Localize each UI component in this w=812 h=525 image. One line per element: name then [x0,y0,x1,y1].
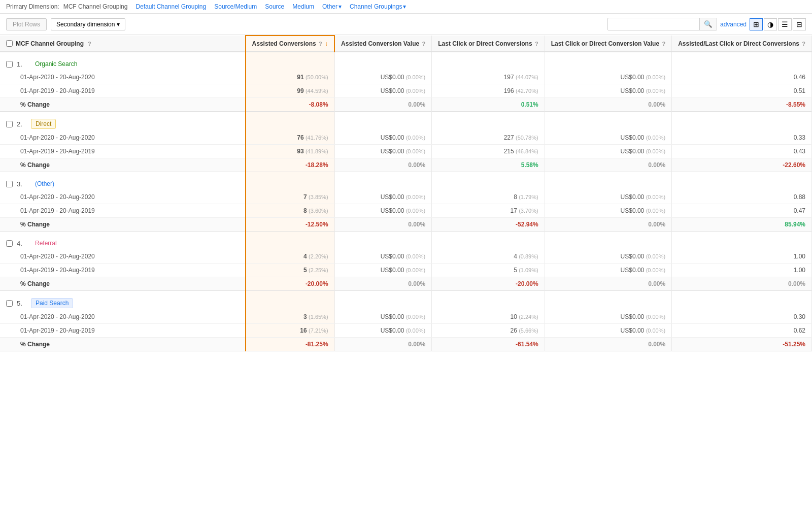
ac-val-2: 8 (3.60%) [246,204,334,218]
channel-badge[interactable]: Paid Search [31,298,73,308]
alc-val-1: 0.30 [672,310,812,324]
ac-change: -20.00% [246,277,334,291]
primary-dimension-label: Primary Dimension: [6,3,59,10]
ac-val-2: 99 (44.59%) [246,84,334,98]
table-container: MCF Channel Grouping ? Assisted Conversi… [0,35,812,351]
lcdv-change: 0.00% [545,98,671,112]
channel-lcd-cell [432,112,545,132]
row-checkbox-3[interactable] [6,240,13,247]
channel-lcdv-cell [545,291,671,311]
date-cell-1: 01-Apr-2020 - 20-Aug-2020 [0,190,246,204]
advanced-link[interactable]: advanced [720,21,747,28]
channel-badge[interactable]: Direct [31,119,56,129]
row-checkbox-0[interactable] [6,61,13,68]
col-header-last-click-conversions: Last Click or Direct Conversions ? [432,36,545,52]
primary-dimension-value: MCF Channel Grouping [63,3,128,10]
col6-help-icon: ? [802,41,805,47]
date-cell-2: 01-Apr-2019 - 20-Aug-2019 [0,204,246,218]
nav-link-source-medium[interactable]: Source/Medium [212,3,259,10]
lcdv-val-2: US$0.00 (0.00%) [545,145,671,158]
channel-acv-cell [334,52,432,71]
search-input[interactable] [608,19,699,30]
nav-link-channel-groupings[interactable]: Channel Groupings ▾ [348,3,408,10]
secondary-dimension-button[interactable]: Secondary dimension ▾ [51,18,125,30]
nav-link-medium[interactable]: Medium [290,3,316,10]
view-pie-button[interactable]: ◑ [764,18,777,30]
row-checkbox-2[interactable] [6,181,13,187]
ac-change: -12.50% [246,218,334,232]
date-row-1: 01-Apr-2020 - 20-Aug-2020 3 (1.65%) US$0… [0,310,812,324]
change-row: % Change -8.08% 0.00% 0.51% 0.00% -8.55% [0,98,812,112]
row-number: 1. [17,60,27,68]
plot-rows-button[interactable]: Plot Rows [6,18,47,30]
date-cell-1: 01-Apr-2020 - 20-Aug-2020 [0,131,246,145]
acv-val-1: US$0.00 (0.00%) [334,250,432,264]
nav-link-source[interactable]: Source [263,3,286,10]
select-all-checkbox[interactable] [6,40,13,47]
channel-badge[interactable]: (Other) [31,179,58,188]
channel-header-cell: 3. (Other) [0,172,246,191]
lcdv-val-1: US$0.00 (0.00%) [545,190,671,204]
channel-lcdv-cell [545,232,671,250]
lcdv-change: 0.00% [545,338,671,351]
alc-change: -51.25% [672,338,812,351]
date-row-2: 01-Apr-2019 - 20-Aug-2019 99 (44.59%) US… [0,84,812,98]
acv-val-2: US$0.00 (0.00%) [334,84,432,98]
acv-val-2: US$0.00 (0.00%) [334,324,432,338]
acv-change: 0.00% [334,277,432,291]
ac-change: -81.25% [246,338,334,351]
toolbar-right: 🔍 advanced ⊞ ◑ ☰ ⊟ [607,18,806,30]
alc-val-1: 0.33 [672,131,812,145]
data-table: MCF Channel Grouping ? Assisted Conversi… [0,35,812,351]
channel-badge[interactable]: Referral [31,239,61,248]
date-row-1: 01-Apr-2020 - 20-Aug-2020 7 (3.85%) US$0… [0,190,812,204]
channel-header-row: 4. Referral [0,232,812,250]
col4-help-icon: ? [535,41,538,47]
primary-dimension-bar: Primary Dimension: MCF Channel Grouping … [0,0,812,14]
row-checkbox-4[interactable] [6,300,13,307]
channel-alc-cell [672,291,812,311]
acv-val-2: US$0.00 (0.00%) [334,145,432,158]
row-number: 5. [17,300,27,307]
ac-change: -18.28% [246,158,334,172]
ac-val-2: 93 (41.89%) [246,145,334,158]
channel-lcdv-cell [545,52,671,71]
date-row-2: 01-Apr-2019 - 20-Aug-2019 93 (41.89%) US… [0,145,812,158]
lcdv-val-2: US$0.00 (0.00%) [545,204,671,218]
row-number: 2. [17,120,27,128]
channel-lcd-cell [432,291,545,311]
alc-val-2: 0.62 [672,324,812,338]
channel-acv-cell [334,112,432,132]
row-checkbox-1[interactable] [6,121,13,127]
view-grid-button[interactable]: ⊞ [750,18,763,30]
alc-val-1: 0.88 [672,190,812,204]
lcd-val-1: 227 (50.78%) [432,131,545,145]
alc-val-1: 1.00 [672,250,812,264]
nav-link-other[interactable]: Other ▾ [320,3,344,10]
acv-val-1: US$0.00 (0.00%) [334,190,432,204]
alc-change: -22.60% [672,158,812,172]
lcd-val-2: 17 (3.70%) [432,204,545,218]
change-label: % Change [0,338,246,351]
channel-lcd-cell [432,172,545,191]
view-pivot-button[interactable]: ⊟ [793,18,806,30]
date-cell-2: 01-Apr-2019 - 20-Aug-2019 [0,324,246,338]
acv-val-1: US$0.00 (0.00%) [334,71,432,84]
search-button[interactable]: 🔍 [699,18,717,30]
lcd-val-1: 10 (2.24%) [432,310,545,324]
channel-badge[interactable]: Organic Search [31,59,81,69]
change-label: % Change [0,158,246,172]
date-row-2: 01-Apr-2019 - 20-Aug-2019 16 (7.21%) US$… [0,324,812,338]
ac-val-1: 4 (2.20%) [246,250,334,264]
change-row: % Change -20.00% 0.00% -20.00% 0.00% 0.0… [0,277,812,291]
lcdv-val-2: US$0.00 (0.00%) [545,264,671,277]
lcd-change: 0.51% [432,98,545,112]
lcdv-val-1: US$0.00 (0.00%) [545,71,671,84]
ac-change: -8.08% [246,98,334,112]
lcdv-val-1: US$0.00 (0.00%) [545,131,671,145]
nav-link-default-channel-grouping[interactable]: Default Channel Grouping [133,3,208,10]
lcdv-change: 0.00% [545,158,671,172]
view-list-button[interactable]: ☰ [778,18,792,30]
channel-header-cell: 4. Referral [0,232,246,250]
channel-alc-cell [672,172,812,191]
